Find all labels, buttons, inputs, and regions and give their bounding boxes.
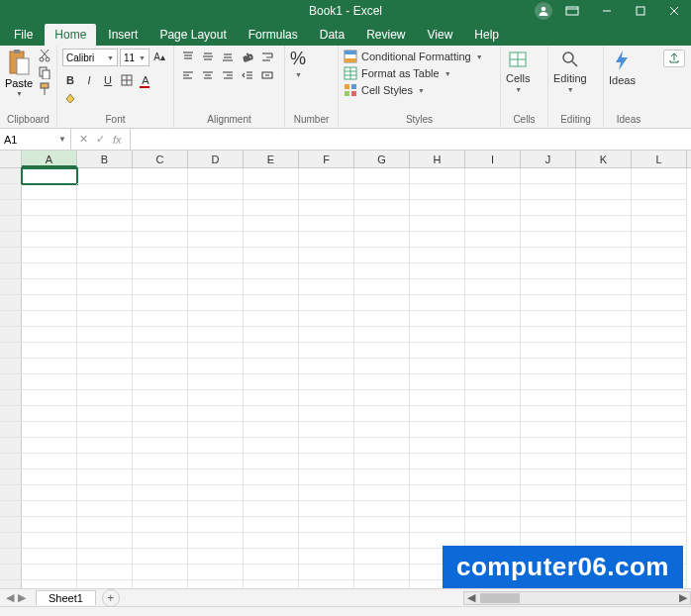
cell[interactable] xyxy=(77,533,133,549)
cell[interactable] xyxy=(244,359,299,374)
cell[interactable] xyxy=(22,359,77,374)
editing-button[interactable]: Editing ▼ xyxy=(553,49,587,93)
cell[interactable] xyxy=(77,374,133,390)
cell[interactable] xyxy=(22,184,77,200)
cell[interactable] xyxy=(133,359,188,374)
cell[interactable] xyxy=(521,374,576,390)
increase-font-icon[interactable]: A▴ xyxy=(151,49,167,64)
enter-formula-icon[interactable]: ✓ xyxy=(96,133,105,146)
cell[interactable] xyxy=(465,327,521,343)
cell[interactable] xyxy=(77,390,133,406)
cell[interactable] xyxy=(77,359,133,374)
cell[interactable] xyxy=(576,485,632,501)
cell[interactable] xyxy=(354,485,410,501)
cell[interactable] xyxy=(244,263,299,279)
cell[interactable] xyxy=(521,232,576,248)
cell[interactable] xyxy=(410,279,465,295)
format-painter-icon[interactable] xyxy=(38,82,51,96)
row-header[interactable] xyxy=(0,232,22,248)
cell[interactable] xyxy=(576,406,632,422)
cell[interactable] xyxy=(632,406,687,422)
fill-color-icon[interactable] xyxy=(62,91,78,107)
cell[interactable] xyxy=(576,248,632,263)
cell[interactable] xyxy=(521,200,576,216)
cell[interactable] xyxy=(77,580,133,588)
cell[interactable] xyxy=(465,279,521,295)
cell[interactable] xyxy=(521,454,576,469)
cell[interactable] xyxy=(22,517,77,533)
cell[interactable] xyxy=(576,343,632,359)
minimize-button[interactable] xyxy=(590,0,624,22)
cell[interactable] xyxy=(22,200,77,216)
scrollbar-thumb[interactable] xyxy=(480,593,520,603)
cell-styles-button[interactable]: Cell Styles▼ xyxy=(344,82,425,98)
row-header[interactable] xyxy=(0,390,22,406)
cell[interactable] xyxy=(244,295,299,311)
cell[interactable] xyxy=(299,549,354,565)
cell[interactable] xyxy=(77,295,133,311)
cell[interactable] xyxy=(299,232,354,248)
cell[interactable] xyxy=(22,485,77,501)
cell[interactable] xyxy=(299,565,354,580)
cell[interactable] xyxy=(632,549,687,565)
cell[interactable] xyxy=(354,374,410,390)
cell[interactable] xyxy=(410,517,465,533)
row-header[interactable] xyxy=(0,565,22,580)
cell[interactable] xyxy=(299,501,354,517)
cell[interactable] xyxy=(521,549,576,565)
cell[interactable] xyxy=(244,469,299,485)
cell[interactable] xyxy=(22,580,77,588)
row-header[interactable] xyxy=(0,549,22,565)
cell[interactable] xyxy=(244,565,299,580)
row-header[interactable] xyxy=(0,517,22,533)
cell[interactable] xyxy=(632,263,687,279)
cells-button[interactable]: Cells ▼ xyxy=(506,49,530,93)
cell[interactable] xyxy=(354,565,410,580)
cell[interactable] xyxy=(188,469,244,485)
cell[interactable] xyxy=(133,485,188,501)
cell[interactable] xyxy=(133,184,188,200)
align-center-icon[interactable] xyxy=(199,67,217,83)
cell[interactable] xyxy=(465,517,521,533)
sheet-nav-next-icon[interactable]: ▶ xyxy=(18,591,26,604)
cell[interactable] xyxy=(632,422,687,438)
font-size-select[interactable]: 11▼ xyxy=(120,49,149,66)
tab-view[interactable]: View xyxy=(418,24,463,46)
cell[interactable] xyxy=(632,565,687,580)
italic-button[interactable]: I xyxy=(81,72,97,88)
cell[interactable] xyxy=(521,263,576,279)
cell[interactable] xyxy=(465,580,521,588)
cell[interactable] xyxy=(632,485,687,501)
cell[interactable] xyxy=(576,295,632,311)
cell[interactable] xyxy=(299,422,354,438)
cell[interactable] xyxy=(354,311,410,327)
cell[interactable] xyxy=(410,501,465,517)
align-right-icon[interactable] xyxy=(219,67,237,83)
align-top-icon[interactable] xyxy=(179,49,197,64)
cell[interactable] xyxy=(521,438,576,454)
cell[interactable] xyxy=(576,580,632,588)
format-as-table-button[interactable]: Format as Table▼ xyxy=(344,65,451,81)
cell[interactable] xyxy=(77,517,133,533)
cell[interactable] xyxy=(188,517,244,533)
cell[interactable] xyxy=(465,422,521,438)
ribbon-display-options-icon[interactable] xyxy=(557,0,587,22)
cell[interactable] xyxy=(410,469,465,485)
cell[interactable] xyxy=(133,295,188,311)
cell[interactable] xyxy=(576,422,632,438)
cell[interactable] xyxy=(22,406,77,422)
horizontal-scrollbar[interactable]: ◀ ▶ xyxy=(463,591,691,605)
cell[interactable] xyxy=(188,374,244,390)
cell[interactable] xyxy=(22,263,77,279)
cell[interactable] xyxy=(354,343,410,359)
cell[interactable] xyxy=(465,501,521,517)
row-header[interactable] xyxy=(0,469,22,485)
cell[interactable] xyxy=(133,501,188,517)
cell[interactable] xyxy=(299,406,354,422)
row-header[interactable] xyxy=(0,422,22,438)
copy-icon[interactable] xyxy=(38,65,51,79)
cell[interactable] xyxy=(133,517,188,533)
cell[interactable] xyxy=(133,565,188,580)
cell[interactable] xyxy=(410,311,465,327)
tab-formulas[interactable]: Formulas xyxy=(239,24,308,46)
